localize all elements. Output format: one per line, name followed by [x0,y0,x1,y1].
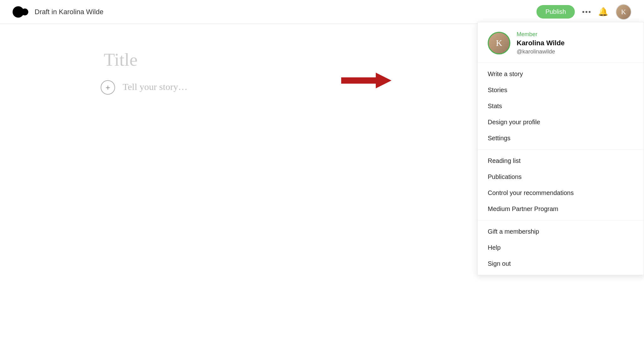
more-options-button[interactable] [582,11,591,13]
control-recommendations-item[interactable]: Control your recommendations [478,185,644,201]
publish-button[interactable]: Publish [536,5,575,19]
svg-marker-0 [341,73,391,88]
gift-membership-item[interactable]: Gift a membership [478,224,644,240]
more-dot-2 [586,11,587,13]
partner-program-item[interactable]: Medium Partner Program [478,201,644,217]
logo-icon [13,6,28,18]
medium-logo[interactable] [13,6,28,18]
publications-item[interactable]: Publications [478,169,644,185]
arrow-icon [341,71,391,90]
more-dot-1 [582,11,584,13]
user-handle: @karolinawilde [517,48,565,55]
user-name: Karolina Wilde [517,39,565,47]
notifications-bell-icon[interactable]: 🔔 [598,7,608,17]
dropdown-avatar-initials: K [496,38,502,48]
plus-icon: + [105,83,110,92]
sign-out-item[interactable]: Sign out [478,256,644,272]
dropdown-avatar: K [488,32,510,54]
avatar[interactable]: K [616,4,631,20]
user-dropdown-menu: K Member Karolina Wilde @karolinawilde W… [477,22,644,275]
stories-item[interactable]: Stories [478,82,644,98]
logo-circle-small [21,8,28,15]
navbar-right: Publish 🔔 K [536,4,631,20]
dropdown-user-info: Member Karolina Wilde @karolinawilde [517,31,565,55]
more-dot-3 [589,11,591,13]
editor-body-row: + Tell your story… [101,80,377,95]
settings-item[interactable]: Settings [478,130,644,146]
design-profile-item[interactable]: Design your profile [478,114,644,130]
reading-list-item[interactable]: Reading list [478,153,644,169]
draft-label: Draft in Karolina Wilde [35,8,103,16]
editor-title-placeholder[interactable]: Title [101,49,377,70]
dropdown-section-misc: Gift a membership Help Sign out [478,220,644,275]
add-content-button[interactable]: + [101,80,115,95]
arrow-pointer [341,71,391,91]
stats-item[interactable]: Stats [478,98,644,114]
avatar-initials: K [621,8,626,16]
dropdown-section-account: Write a story Stories Stats Design your … [478,63,644,150]
navbar: Draft in Karolina Wilde Publish 🔔 K [0,0,644,24]
help-item[interactable]: Help [478,240,644,256]
editor-area: Title + Tell your story… [0,24,377,95]
member-label: Member [517,31,565,38]
write-story-item[interactable]: Write a story [478,66,644,82]
dropdown-section-content: Reading list Publications Control your r… [478,150,644,220]
editor-body-placeholder[interactable]: Tell your story… [123,80,187,92]
dropdown-header: K Member Karolina Wilde @karolinawilde [478,22,644,63]
navbar-left: Draft in Karolina Wilde [13,6,103,18]
